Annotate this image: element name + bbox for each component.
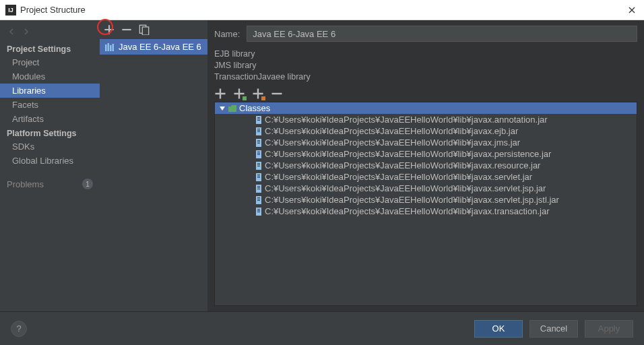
svg-rect-27 (257, 175, 260, 175)
jar-icon (255, 139, 262, 147)
sidebar-problems[interactable]: Problems 1 (0, 175, 100, 193)
svg-rect-36 (257, 199, 260, 199)
tree-remove-button[interactable] (271, 88, 283, 99)
name-input[interactable] (247, 26, 637, 42)
svg-rect-20 (257, 153, 260, 154)
tree-leaf-label: C:¥Users¥koki¥IdeaProjects¥JavaEEHelloWo… (265, 115, 548, 125)
sidebar-item-modules[interactable]: Modules (0, 69, 100, 84)
cancel-button[interactable]: Cancel (529, 320, 578, 338)
svg-rect-40 (257, 210, 260, 211)
sidebar-item-global-libraries[interactable]: Global Libraries (0, 154, 100, 168)
sidebar-item-sdks[interactable]: SDKs (0, 139, 100, 154)
tree-leaf[interactable]: C:¥Users¥koki¥IdeaProjects¥JavaEEHelloWo… (215, 194, 637, 206)
sidebar-section-header: Platform Settings (0, 126, 100, 139)
problems-count: 1 (82, 179, 93, 189)
sidebar-item-artifacts[interactable]: Artifacts (0, 112, 100, 126)
library-item[interactable]: Java EE 6-Java EE 6 (100, 39, 207, 55)
copy-library-button[interactable] (139, 24, 150, 35)
summary-line: EJB library (214, 49, 637, 60)
svg-rect-12 (257, 130, 260, 131)
jar-icon (255, 196, 262, 204)
svg-rect-16 (257, 142, 260, 142)
svg-rect-7 (257, 117, 260, 118)
tree-add-other-button[interactable] (252, 88, 264, 99)
close-icon (629, 7, 635, 13)
svg-rect-28 (257, 176, 260, 177)
disclosure-triangle-icon (219, 105, 226, 112)
apply-button[interactable]: Apply (585, 320, 633, 338)
svg-rect-24 (257, 164, 260, 165)
forward-button[interactable] (22, 27, 31, 36)
svg-rect-23 (257, 163, 260, 164)
ok-button[interactable]: OK (474, 320, 523, 338)
sidebar-section-header: Project Settings (0, 42, 100, 55)
svg-rect-37 (257, 200, 260, 201)
svg-rect-11 (257, 129, 260, 129)
tree-leaf-label: C:¥Users¥koki¥IdeaProjects¥JavaEEHelloWo… (265, 195, 559, 205)
remove-library-button[interactable] (121, 24, 132, 35)
library-item-label: Java EE 6-Java EE 6 (119, 42, 201, 52)
close-button[interactable] (625, 3, 639, 17)
tree-leaf-label: C:¥Users¥koki¥IdeaProjects¥JavaEEHelloWo… (265, 183, 546, 193)
jar-icon (255, 150, 262, 158)
svg-rect-2 (105, 44, 107, 51)
tree-leaf[interactable]: C:¥Users¥koki¥IdeaProjects¥JavaEEHelloWo… (215, 183, 637, 194)
titlebar: IJ Project Structure (0, 0, 644, 20)
library-list-column: Java EE 6-Java EE 6 (100, 20, 207, 311)
tree-leaf[interactable]: C:¥Users¥koki¥IdeaProjects¥JavaEEHelloWo… (215, 148, 637, 160)
tree-leaf[interactable]: C:¥Users¥koki¥IdeaProjects¥JavaEEHelloWo… (215, 114, 637, 125)
svg-rect-17 (257, 143, 260, 144)
svg-rect-39 (257, 209, 260, 210)
svg-rect-25 (257, 166, 260, 166)
jar-icon (255, 185, 262, 193)
svg-rect-32 (257, 187, 260, 188)
svg-rect-19 (257, 152, 260, 152)
summary-line: JMS library (214, 60, 637, 71)
tree-add-type-button[interactable] (233, 88, 245, 99)
main-panel: Name: EJB libraryJMS libraryTransactionJ… (207, 20, 644, 311)
back-button[interactable] (7, 27, 16, 36)
tree-leaf[interactable]: C:¥Users¥koki¥IdeaProjects¥JavaEEHelloWo… (215, 125, 637, 137)
tree-leaf-label: C:¥Users¥koki¥IdeaProjects¥JavaEEHelloWo… (265, 126, 518, 136)
svg-rect-1 (142, 27, 148, 35)
svg-rect-41 (257, 212, 260, 212)
svg-rect-8 (257, 119, 260, 119)
tree-leaf-label: C:¥Users¥koki¥IdeaProjects¥JavaEEHelloWo… (265, 160, 540, 170)
sidebar: Project SettingsProjectModulesLibrariesF… (0, 20, 100, 311)
svg-rect-21 (257, 154, 260, 155)
tree-leaf[interactable]: C:¥Users¥koki¥IdeaProjects¥JavaEEHelloWo… (215, 160, 637, 171)
tree-add-button[interactable] (214, 88, 226, 99)
svg-rect-5 (112, 44, 115, 51)
tree-leaf[interactable]: C:¥Users¥koki¥IdeaProjects¥JavaEEHelloWo… (215, 171, 637, 183)
add-library-button[interactable] (104, 24, 115, 35)
jar-icon (255, 162, 262, 170)
svg-rect-13 (257, 131, 260, 132)
classes-tree[interactable]: Classes C:¥Users¥koki¥IdeaProjects¥JavaE… (214, 102, 637, 306)
svg-rect-4 (110, 45, 112, 51)
window-title: Project Structure (20, 5, 625, 15)
problems-label: Problems (7, 179, 44, 189)
sidebar-item-facets[interactable]: Facets (0, 98, 100, 112)
tree-leaf[interactable]: C:¥Users¥koki¥IdeaProjects¥JavaEEHelloWo… (215, 206, 637, 217)
library-summary: EJB libraryJMS libraryTransactionJavaee … (214, 49, 637, 83)
folder-icon (228, 105, 236, 112)
jar-icon (255, 116, 262, 124)
tree-leaf-label: C:¥Users¥koki¥IdeaProjects¥JavaEEHelloWo… (265, 149, 551, 159)
summary-line: TransactionJavaee library (214, 71, 637, 83)
sidebar-item-libraries[interactable]: Libraries (0, 84, 100, 98)
svg-rect-9 (257, 120, 260, 121)
help-button[interactable]: ? (11, 321, 27, 337)
tree-leaf[interactable]: C:¥Users¥koki¥IdeaProjects¥JavaEEHelloWo… (215, 137, 637, 148)
jar-icon (255, 127, 262, 135)
sidebar-item-project[interactable]: Project (0, 55, 100, 69)
jar-icon (255, 173, 262, 181)
classes-node[interactable]: Classes (215, 102, 637, 114)
tree-leaf-label: C:¥Users¥koki¥IdeaProjects¥JavaEEHelloWo… (265, 206, 549, 216)
tree-leaf-label: C:¥Users¥koki¥IdeaProjects¥JavaEEHelloWo… (265, 137, 520, 148)
svg-rect-33 (257, 189, 260, 189)
tree-leaf-label: C:¥Users¥koki¥IdeaProjects¥JavaEEHelloWo… (265, 172, 532, 182)
jar-icon (255, 208, 262, 216)
dialog-footer: ? OK Cancel Apply (0, 311, 644, 345)
svg-rect-35 (257, 197, 260, 198)
name-label: Name: (214, 29, 240, 39)
